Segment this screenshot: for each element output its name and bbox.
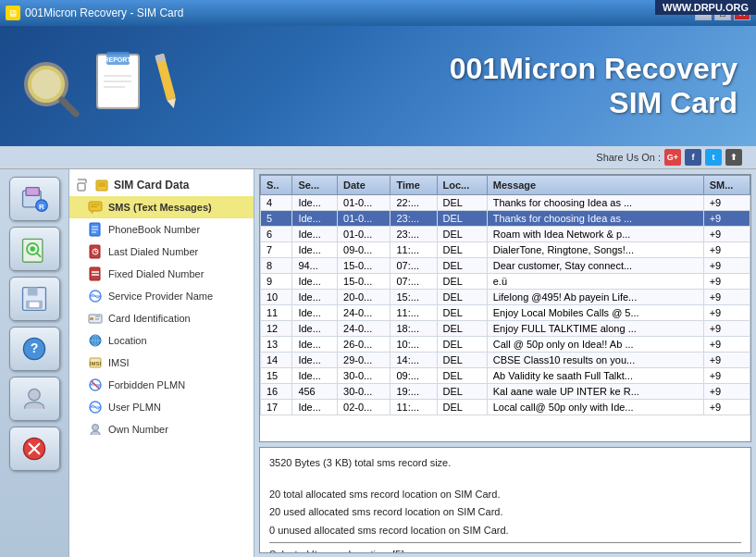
cell-sender: Ide... (292, 274, 338, 290)
last-dialed-icon (88, 244, 103, 259)
table-row[interactable]: 11 Ide... 24-0... 11:... DEL Enjoy Local… (261, 305, 750, 321)
sidebar-item-last-dialed[interactable]: Last Dialed Number (69, 241, 254, 263)
info-area: 3520 Bytes (3 KB) total sms record size.… (259, 447, 751, 553)
cell-message: Roam with Idea Network & p... (487, 227, 703, 242)
cell-sm: +9 (703, 321, 750, 337)
location-icon (88, 333, 103, 348)
facebook-icon[interactable]: f (685, 149, 701, 166)
cell-sender: 456 (292, 384, 338, 400)
col-sm: SM... (703, 176, 750, 195)
table-row[interactable]: 13 Ide... 26-0... 10:... DEL Call @ 50p … (261, 337, 750, 353)
col-sender: Se... (292, 176, 338, 195)
cell-loc: DEL (437, 242, 487, 258)
recover-button[interactable]: R (9, 177, 60, 221)
sms-icon (88, 200, 103, 215)
table-row[interactable]: 14 Ide... 29-0... 14:... DEL CBSE Class1… (261, 353, 750, 368)
table-row[interactable]: 7 Ide... 09-0... 11:... DEL DialerTone, … (261, 242, 750, 258)
info-selected: Selected Item on Location: [5] (269, 547, 741, 553)
table-row[interactable]: 12 Ide... 24-0... 18:... DEL Enjoy FULL … (261, 321, 750, 337)
divider1 (269, 542, 741, 543)
app-icon: 🖥 (6, 6, 20, 20)
location-label: Location (108, 335, 147, 346)
report-icon: REPORT (93, 50, 148, 115)
table-row[interactable]: 4 Ide... 01-0... 22:... DEL Thanks for c… (261, 195, 750, 211)
cell-sm: +9 (703, 242, 750, 258)
sidebar-item-service-provider[interactable]: Service Provider Name (69, 285, 254, 307)
cell-sender: Ide... (292, 211, 338, 227)
cell-sender: Ide... (292, 227, 338, 242)
table-row[interactable]: 6 Ide... 01-0... 23:... DEL Roam with Id… (261, 227, 750, 242)
sidebar-item-location[interactable]: Location (69, 329, 254, 352)
table-row[interactable]: 15 Ide... 30-0... 09:... DEL Ab Validity… (261, 368, 750, 384)
cell-num: 17 (261, 400, 292, 415)
fixed-dialed-icon (88, 266, 103, 281)
svg-point-67 (93, 425, 99, 431)
cell-sender: Ide... (292, 305, 338, 321)
table-scroll[interactable]: S.. Se... Date Time Loc... Message SM...… (260, 175, 750, 441)
svg-rect-13 (26, 188, 39, 196)
svg-text:REPORT: REPORT (104, 56, 131, 63)
col-time: Time (390, 176, 437, 195)
table-row[interactable]: 17 Ide... 02-0... 11:... DEL Local call@… (261, 400, 750, 415)
close-app-button[interactable] (9, 427, 60, 471)
own-number-label: Own Number (108, 424, 168, 435)
sidebar-item-card-id[interactable]: Card Identification (69, 307, 254, 329)
sms-table: S.. Se... Date Time Loc... Message SM...… (260, 175, 750, 415)
cell-loc: DEL (437, 290, 487, 305)
cell-num: 10 (261, 290, 292, 305)
sidebar-item-own-number[interactable]: Own Number (69, 418, 254, 440)
cell-loc: DEL (437, 368, 487, 384)
table-row[interactable]: 8 94... 15-0... 07:... DEL Dear customer… (261, 258, 750, 274)
app-name-line1: 001Micron Recovery (450, 52, 737, 86)
cell-message: Kal aane wale UP INTER ke R... (487, 384, 703, 400)
col-loc: Loc... (437, 176, 487, 195)
cell-loc: DEL (437, 384, 487, 400)
cell-sender: Ide... (292, 195, 338, 211)
save-button[interactable] (9, 277, 60, 321)
svg-text:?: ? (31, 340, 39, 355)
sidebar-root-label: SIM Card Data (114, 179, 189, 192)
magnifier-icon (19, 56, 83, 121)
cell-message: Call @ 50p only on Idea!! Ab ... (487, 337, 703, 353)
cell-sender: 94... (292, 258, 338, 274)
cell-sm: +9 (703, 211, 750, 227)
sidebar-item-fixed-dialed[interactable]: Fixed Dialed Number (69, 263, 254, 285)
scan-button[interactable] (9, 227, 60, 271)
sidebar-item-user-plmn[interactable]: User PLMN (69, 396, 254, 418)
share-bar: Share Us On : G+ f t ⬆ (0, 146, 756, 169)
cell-time: 14:... (390, 353, 437, 368)
svg-rect-34 (98, 182, 105, 187)
table-row[interactable]: 9 Ide... 15-0... 07:... DEL e.ü +9 (261, 274, 750, 290)
cell-loc: DEL (437, 274, 487, 290)
cell-time: 19:... (390, 384, 437, 400)
sidebar-item-forbidden-plmn[interactable]: Forbidden PLMN (69, 374, 254, 396)
info-used: 20 used allocated sms record location on… (269, 504, 741, 521)
cell-time: 11:... (390, 242, 437, 258)
cell-time: 15:... (390, 290, 437, 305)
cell-sender: Ide... (292, 321, 338, 337)
cell-loc: DEL (437, 227, 487, 242)
forbidden-plmn-icon (88, 378, 103, 392)
cell-time: 07:... (390, 274, 437, 290)
title-bar: 🖥 001Micron Recovery - SIM Card ─ □ ✕ (0, 0, 756, 26)
cell-loc: DEL (437, 337, 487, 353)
help-button[interactable]: ? (9, 327, 60, 371)
cell-sm: +9 (703, 337, 750, 353)
cell-time: 07:... (390, 258, 437, 274)
twitter-icon[interactable]: t (705, 149, 722, 166)
cell-sm: +9 (703, 305, 750, 321)
table-row[interactable]: 5 Ide... 01-0... 23:... DEL Thanks for c… (261, 211, 750, 227)
table-row[interactable]: 10 Ide... 20-0... 15:... DEL Lifelong @4… (261, 290, 750, 305)
share-other-icon[interactable]: ⬆ (725, 149, 742, 166)
phonebook-label: PhoneBook Number (108, 224, 200, 235)
table-row[interactable]: 16 456 30-0... 19:... DEL Kal aane wale … (261, 384, 750, 400)
sidebar-item-imsi[interactable]: IMSI IMSI (69, 352, 254, 374)
sidebar-item-phonebook[interactable]: PhoneBook Number (69, 218, 254, 241)
googleplus-icon[interactable]: G+ (664, 149, 681, 166)
svg-point-1 (31, 69, 61, 99)
card-id-label: Card Identification (108, 313, 191, 324)
cell-time: 11:... (390, 400, 437, 415)
user-button[interactable] (9, 377, 60, 421)
sidebar-item-sms[interactable]: SMS (Text Messages) (69, 196, 254, 218)
cell-loc: DEL (437, 400, 487, 415)
